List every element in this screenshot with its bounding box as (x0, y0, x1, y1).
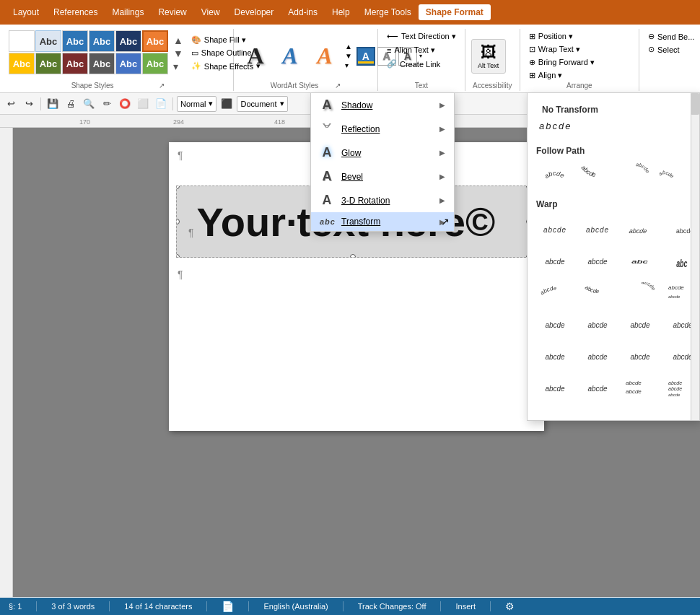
find-button[interactable]: 🔍 (81, 96, 97, 112)
print-button[interactable]: 🖨 (63, 96, 79, 112)
text-direction-button[interactable]: ⟵ Text Direction ▾ (384, 30, 459, 43)
style-cell-12[interactable]: Abc (142, 53, 168, 74)
menu-review[interactable]: Review (151, 4, 193, 20)
shadow-item[interactable]: A Shadow ▶ (311, 93, 454, 117)
redo-button[interactable]: ↪ (21, 96, 37, 112)
follow-arc-up[interactable]: abcde (536, 162, 574, 191)
ruler-mark-170: 170 (79, 118, 90, 126)
warp-6[interactable]: abcde (579, 247, 616, 276)
handle-bm[interactable] (350, 254, 356, 258)
style-cell-10[interactable]: Abc (89, 53, 115, 74)
menu-layout[interactable]: Layout (6, 4, 46, 20)
warp-2[interactable]: abcde (579, 215, 616, 244)
style-cell-4[interactable]: Abc (89, 30, 115, 52)
style-cell-3[interactable]: Abc (62, 30, 88, 52)
wordart-scroll-up[interactable]: ▲ (345, 43, 352, 51)
warp-21[interactable]: abcde (536, 374, 574, 403)
alt-text-button[interactable]: 🖼 Alt Text (471, 39, 506, 74)
send-behind-button[interactable]: ⊖ Send Be... (645, 30, 697, 43)
wordart-letter-3[interactable]: A (309, 40, 341, 72)
select-button[interactable]: ⊙ Select (645, 43, 697, 56)
warp-grid: abcde abcde abcde abcde abcde abcde abc (528, 212, 683, 406)
glow-icon: A (320, 145, 334, 160)
wordart-scroll-down[interactable]: ▼ (345, 52, 352, 60)
panel-bottom-spacer (528, 406, 699, 420)
warp-22[interactable]: abcde (579, 374, 616, 403)
square-tool[interactable]: ⬜ (135, 96, 151, 112)
warp-10[interactable]: abcde (579, 279, 616, 308)
warp-15[interactable]: abcde (621, 310, 659, 339)
menu-mailings[interactable]: Mailings (105, 4, 151, 20)
transform-item[interactable]: abc Transform ▶ ↗ (311, 212, 454, 231)
align-button[interactable]: ⊞ Align ▾ (526, 69, 598, 82)
wordart-expand[interactable]: ▾ (345, 61, 352, 69)
circle-tool[interactable]: ⭕ (117, 96, 133, 112)
warp-17[interactable]: abcde (536, 342, 574, 371)
warp-11[interactable]: abcde (621, 279, 659, 308)
zoom-expand[interactable]: ⬛ (219, 96, 235, 112)
warp-9[interactable]: abcde (536, 279, 574, 308)
follow-arc-down[interactable]: abcde (577, 162, 614, 191)
bring-forward-button[interactable]: ⊕ Bring Forward ▾ (526, 56, 598, 69)
doc-dropdown[interactable]: Document ▾ (237, 96, 287, 112)
style-cell-8[interactable]: Abc (35, 53, 61, 74)
3d-rotation-item[interactable]: A 3-D Rotation ▶ (311, 188, 454, 212)
shape-styles-expand-icon[interactable]: ↗ (159, 82, 165, 90)
warp-5[interactable]: abcde (536, 247, 574, 276)
glow-item[interactable]: A Glow ▶ (311, 141, 454, 165)
menu-view[interactable]: View (194, 4, 227, 20)
warp-14[interactable]: abcde (579, 310, 616, 339)
save-button[interactable]: 💾 (45, 96, 61, 112)
warp-7[interactable]: abc (621, 247, 659, 276)
style-cell-2[interactable]: Abc (35, 30, 61, 52)
forward-icon: ⊕ (529, 58, 535, 67)
style-cell-1[interactable] (9, 30, 35, 52)
menu-addins[interactable]: Add-ins (281, 4, 325, 20)
menu-developer[interactable]: Developer (227, 4, 281, 20)
style-cell-7[interactable]: Abc (9, 53, 35, 74)
style-cell-5[interactable]: Abc (115, 30, 141, 52)
no-transform-sample-container[interactable]: abcde (533, 118, 683, 137)
follow-circle[interactable]: abcde (617, 162, 655, 191)
text-fill-button[interactable]: A (356, 47, 375, 66)
doc-view-btn[interactable]: 📄 (153, 96, 169, 112)
scrollbar-track[interactable] (691, 93, 699, 420)
warp-3[interactable]: abcde (621, 215, 659, 244)
menu-help[interactable]: Help (325, 4, 357, 20)
style-cell-9[interactable]: Abc (62, 53, 88, 74)
reflection-item[interactable]: A Reflection ▶ (311, 117, 454, 141)
wave-svg: abcde (659, 163, 694, 189)
zoom-dropdown[interactable]: Normal ▾ (177, 96, 216, 112)
style-cell-6[interactable]: Abc (142, 30, 168, 52)
handle-tl[interactable] (176, 186, 180, 189)
warp-23[interactable]: abcde abcde (621, 374, 659, 403)
svg-text:abcde: abcde (580, 164, 597, 178)
bevel-item[interactable]: A Bevel ▶ (311, 165, 454, 188)
position-button[interactable]: ⊞ Position ▾ (526, 30, 598, 43)
follow-wave[interactable]: abcde (657, 162, 695, 191)
warp-19[interactable]: abcde (621, 342, 659, 371)
wordart-letter-2[interactable]: A (274, 40, 306, 72)
menu-merge-tools[interactable]: Merge Tools (357, 4, 419, 20)
wordart-expand-icon[interactable]: ↗ (335, 82, 341, 90)
warp-section: Warp abcde abcde abcde abcde abcde abcde… (528, 193, 699, 406)
style-scroll-up[interactable]: ▲ (171, 34, 185, 47)
create-link-button[interactable]: 🔗 Create Link (384, 58, 459, 70)
style-cell-11[interactable]: Abc (115, 53, 141, 74)
replace-button[interactable]: ✏ (99, 96, 115, 112)
style-expand[interactable]: ▾ (171, 60, 185, 73)
insert-mode: Insert (455, 602, 476, 611)
menu-shape-format[interactable]: Shape Format (419, 4, 491, 20)
wordart-letter-1[interactable]: A (240, 40, 271, 72)
warp-18[interactable]: abcde (579, 342, 616, 371)
warp-1[interactable]: abcde (536, 215, 574, 244)
handle-bl[interactable] (176, 254, 180, 258)
warp-13[interactable]: abcde (536, 310, 574, 339)
wrap-text-button[interactable]: ⊡ Wrap Text ▾ (526, 43, 598, 56)
menu-references[interactable]: References (46, 4, 105, 20)
style-scroll-down[interactable]: ▼ (171, 47, 185, 60)
undo-button[interactable]: ↩ (3, 96, 19, 112)
doc-arrow: ▾ (280, 99, 284, 108)
scrollbar-thumb[interactable] (691, 93, 699, 115)
align-text-button[interactable]: ≡ Align Text ▾ (384, 44, 459, 56)
